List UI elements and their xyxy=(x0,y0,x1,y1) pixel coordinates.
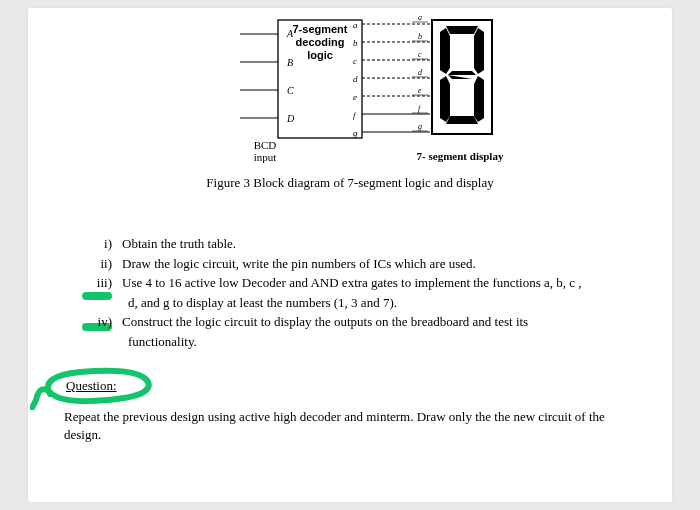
block-diagram: 7-segment decoding logic A B C D BCD inp… xyxy=(180,12,520,172)
svg-marker-21 xyxy=(474,28,484,74)
pin-a: a xyxy=(418,13,422,22)
task-marker: i) xyxy=(88,235,112,253)
pin-e: e xyxy=(418,86,422,95)
task-iv-cont: functionality. xyxy=(88,333,636,351)
task-marker: ii) xyxy=(88,255,112,273)
svg-marker-23 xyxy=(446,116,478,124)
task-iii: iii) Use 4 to 16 active low Decoder and … xyxy=(88,274,636,292)
svg-marker-20 xyxy=(446,26,478,34)
question-area: Question: xyxy=(66,378,636,394)
figure-caption: Figure 3 Block diagram of 7-segment logi… xyxy=(206,175,493,191)
in-B: B xyxy=(287,57,293,68)
input-label-2: input xyxy=(254,151,277,163)
question-label: Question: xyxy=(66,378,117,394)
pin-d: d xyxy=(418,68,423,77)
display-caption: 7- segment display xyxy=(417,150,504,162)
task-i: i) Obtain the truth table. xyxy=(88,235,636,253)
task-ii: ii) Draw the logic circuit, write the pi… xyxy=(88,255,636,273)
box-title-2: decoding xyxy=(296,36,345,48)
page: 7-segment decoding logic A B C D BCD inp… xyxy=(28,8,672,502)
box-title-1: 7-segment xyxy=(292,23,347,35)
task-iv: iv) Construct the logic circuit to displ… xyxy=(88,313,636,331)
task-text: Construct the logic circuit to display t… xyxy=(122,313,636,331)
input-label-1: BCD xyxy=(254,139,277,151)
task-text: Obtain the truth table. xyxy=(122,235,636,253)
out-c: c xyxy=(353,56,357,66)
in-D: D xyxy=(286,113,295,124)
svg-marker-24 xyxy=(440,76,450,122)
task-text: d, and g to display at least the numbers… xyxy=(122,294,636,312)
pin-g: g xyxy=(418,122,422,131)
task-iii-cont: d, and g to display at least the numbers… xyxy=(88,294,636,312)
pin-c: c xyxy=(418,50,422,59)
out-e: e xyxy=(353,92,357,102)
out-g: g xyxy=(353,128,358,138)
followup-text: Repeat the previous design using active … xyxy=(64,408,634,443)
pin-b: b xyxy=(418,32,422,41)
task-text: Draw the logic circuit, write the pin nu… xyxy=(122,255,636,273)
box-title-3: logic xyxy=(307,49,333,61)
diagram-area: 7-segment decoding logic A B C D BCD inp… xyxy=(64,8,636,191)
svg-marker-25 xyxy=(440,28,450,74)
task-marker: iv) xyxy=(88,313,112,331)
task-text: functionality. xyxy=(122,333,636,351)
pin-f: f xyxy=(418,104,422,113)
in-C: C xyxy=(287,85,294,96)
in-A: A xyxy=(286,28,294,39)
svg-marker-22 xyxy=(474,76,484,122)
task-list: i) Obtain the truth table. ii) Draw the … xyxy=(88,235,636,350)
task-text: Use 4 to 16 active low Decoder and AND e… xyxy=(122,274,636,292)
out-a: a xyxy=(353,20,358,30)
out-b: b xyxy=(353,38,358,48)
task-marker: iii) xyxy=(88,274,112,292)
out-d: d xyxy=(353,74,358,84)
